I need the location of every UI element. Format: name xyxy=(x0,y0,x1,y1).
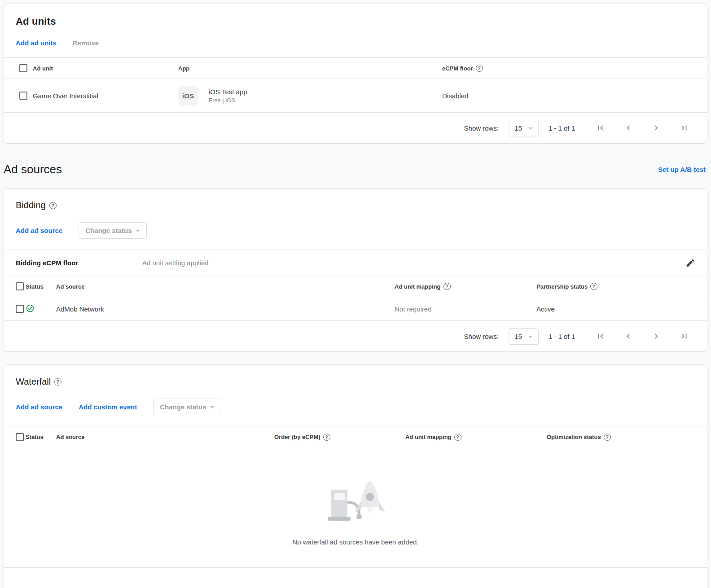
ecpm-floor-help-icon[interactable]: ? xyxy=(476,65,483,72)
bidding-table-header: Status Ad source Ad unit mapping ? Partn… xyxy=(4,276,707,297)
chevron-down-icon xyxy=(528,336,533,338)
bidding-row-checkbox[interactable] xyxy=(16,305,24,313)
ad-sources-section-header: Ad sources Set up A/B test xyxy=(4,156,707,188)
waterfall-title: Waterfall xyxy=(16,377,51,387)
bidding-card: Bidding ? Add ad source Change status Bi… xyxy=(4,188,707,352)
column-ad-unit-mapping: Ad unit mapping xyxy=(405,434,452,440)
ad-units-card: Ad units Add ad units Remove Ad unit App… xyxy=(4,4,707,144)
ad-sources-title: Ad sources xyxy=(4,162,62,176)
first-page-icon[interactable] xyxy=(596,331,606,341)
bidding-select-all-checkbox[interactable] xyxy=(16,282,24,290)
column-ad-unit-mapping: Ad unit mapping xyxy=(395,283,441,290)
waterfall-table-header: Status Ad source Order (by eCPM) ? Ad un… xyxy=(4,426,707,448)
column-app: App xyxy=(178,65,442,72)
set-up-ab-test-link[interactable]: Set up A/B test xyxy=(658,166,706,173)
column-optimization-status: Optimization status xyxy=(547,434,601,440)
next-page-icon[interactable] xyxy=(651,331,661,341)
ad-unit-row-checkbox[interactable] xyxy=(19,92,27,100)
column-partnership-status: Partnership status xyxy=(536,283,588,290)
waterfall-footer-spacer xyxy=(4,568,707,588)
ad-unit-name: Game Over Interstitial xyxy=(33,92,178,100)
bidding-help-icon[interactable]: ? xyxy=(49,202,57,209)
order-by-ecpm-help-icon[interactable]: ? xyxy=(323,434,330,441)
bidding-ecpm-floor-label: Bidding eCPM floor xyxy=(16,259,142,267)
bidding-title: Bidding xyxy=(16,200,46,211)
waterfall-change-status-button[interactable]: Change status xyxy=(153,399,221,415)
app-name: iOS Test app xyxy=(209,88,247,96)
pager-range: 1 - 1 of 1 xyxy=(549,333,575,340)
column-status: Status xyxy=(26,283,56,290)
chevron-down-icon xyxy=(210,406,215,408)
prev-page-icon[interactable] xyxy=(623,123,633,133)
pager-range: 1 - 1 of 1 xyxy=(549,124,575,132)
table-row[interactable]: Game Over Interstitial iOS iOS Test app … xyxy=(4,79,707,113)
add-ad-units-link[interactable]: Add ad units xyxy=(16,39,57,47)
ad-units-table-header: Ad unit App eCPM floor ? xyxy=(4,57,707,79)
waterfall-empty-text: No waterfall ad sources have been added. xyxy=(4,538,707,546)
ad-source-name: AdMob Network xyxy=(56,305,395,313)
column-ad-source: Ad source xyxy=(56,283,395,290)
rows-per-page-select[interactable]: 15 xyxy=(509,328,539,345)
ad-units-title: Ad units xyxy=(16,16,695,27)
column-ad-unit: Ad unit xyxy=(33,65,178,72)
column-status: Status xyxy=(26,434,56,440)
ad-unit-mapping-help-icon[interactable]: ? xyxy=(454,434,461,441)
next-page-icon[interactable] xyxy=(651,123,661,133)
waterfall-select-all-checkbox[interactable] xyxy=(16,433,24,441)
column-ad-source: Ad source xyxy=(56,434,274,440)
last-page-icon[interactable] xyxy=(679,123,689,133)
first-page-icon[interactable] xyxy=(596,123,606,133)
bidding-ecpm-floor-value: Ad unit setting applied xyxy=(142,259,685,267)
prev-page-icon[interactable] xyxy=(623,331,633,341)
chevron-down-icon xyxy=(528,127,533,130)
table-row[interactable]: AdMob Network Not required Active xyxy=(4,297,707,321)
ad-unit-mapping-help-icon[interactable]: ? xyxy=(443,283,451,290)
page: Ad units Add ad units Remove Ad unit App… xyxy=(0,0,711,588)
partnership-status-value: Active xyxy=(536,305,707,313)
waterfall-empty-state: No waterfall ad sources have been added. xyxy=(4,448,707,568)
show-rows-label: Show rows: xyxy=(464,124,499,132)
show-rows-label: Show rows: xyxy=(464,333,499,340)
ad-units-pagination: Show rows: 15 1 - 1 of 1 xyxy=(4,113,707,143)
ad-unit-mapping-value: Not required xyxy=(395,305,536,313)
remove-ad-units-link[interactable]: Remove xyxy=(73,39,99,47)
optimization-status-help-icon[interactable]: ? xyxy=(604,434,611,441)
rocket-fuel-illustration xyxy=(320,474,391,527)
pencil-icon xyxy=(685,258,695,268)
app-meta: Free | iOS xyxy=(209,97,247,104)
waterfall-help-icon[interactable]: ? xyxy=(54,378,61,386)
bidding-change-status-button[interactable]: Change status xyxy=(79,222,146,239)
bidding-add-ad-source-link[interactable]: Add ad source xyxy=(16,227,62,234)
status-active-icon xyxy=(26,304,35,313)
ad-units-select-all-checkbox[interactable] xyxy=(19,64,27,72)
edit-floor-button[interactable] xyxy=(685,258,695,268)
app-icon: iOS xyxy=(178,86,198,105)
waterfall-add-ad-source-link[interactable]: Add ad source xyxy=(16,403,62,411)
column-order-by-ecpm: Order (by eCPM) xyxy=(274,434,320,440)
last-page-icon[interactable] xyxy=(679,331,689,341)
column-ecpm-floor: eCPM floor xyxy=(442,65,473,72)
partnership-status-help-icon[interactable]: ? xyxy=(590,283,597,290)
chevron-down-icon xyxy=(136,230,140,232)
bidding-pagination: Show rows: 15 1 - 1 of 1 xyxy=(4,321,707,351)
waterfall-card: Waterfall ? Add ad source Add custom eve… xyxy=(4,364,707,588)
ecpm-floor-value: Disabled xyxy=(442,92,707,100)
add-custom-event-link[interactable]: Add custom event xyxy=(79,403,137,411)
bidding-ecpm-floor-row: Bidding eCPM floor Ad unit setting appli… xyxy=(4,250,707,276)
rows-per-page-select[interactable]: 15 xyxy=(509,120,539,136)
